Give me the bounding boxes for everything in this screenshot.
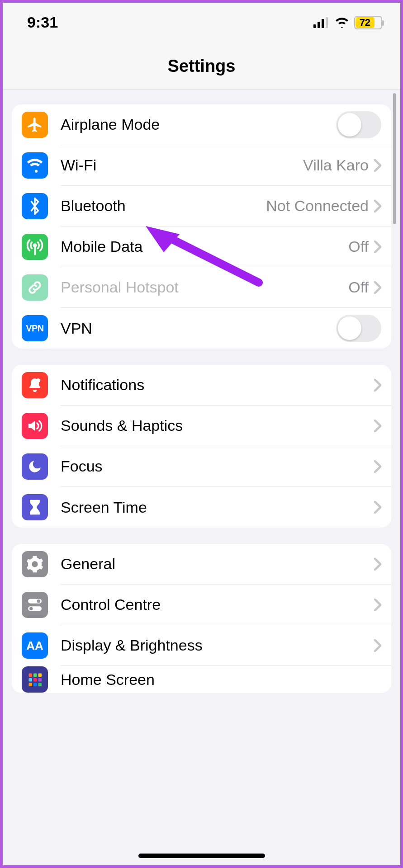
row-airplane[interactable]: Airplane Mode xyxy=(12,104,391,145)
battery-level: 72 xyxy=(356,17,375,28)
antenna-icon xyxy=(22,234,48,260)
airplane-toggle[interactable] xyxy=(336,111,381,138)
row-label: Airplane Mode xyxy=(61,116,336,133)
row-value: Not Connected xyxy=(266,197,369,215)
chevron-right-icon xyxy=(374,241,381,253)
switches-icon xyxy=(22,592,48,618)
grid-icon xyxy=(22,666,48,693)
svg-rect-12 xyxy=(38,674,42,677)
chevron-right-icon xyxy=(374,420,381,432)
system-group: General Control Centre AA Display & Brig… xyxy=(12,544,391,693)
svg-rect-3 xyxy=(326,17,328,28)
svg-point-7 xyxy=(37,599,40,603)
svg-point-5 xyxy=(36,378,40,382)
row-label: Control Centre xyxy=(61,596,374,613)
svg-rect-13 xyxy=(29,678,33,682)
wifi-status-icon xyxy=(334,17,350,28)
svg-rect-10 xyxy=(29,674,33,677)
connectivity-group: Airplane Mode Wi-Fi Villa Karo Bluetooth… xyxy=(12,104,391,349)
battery-icon: 72 xyxy=(354,16,382,29)
home-indicator xyxy=(138,854,265,858)
scrollbar[interactable] xyxy=(393,93,396,224)
status-time: 9:31 xyxy=(27,14,58,31)
svg-rect-14 xyxy=(33,678,37,682)
page-title: Settings xyxy=(3,36,400,90)
row-label: VPN xyxy=(61,320,336,337)
row-label: Screen Time xyxy=(61,499,374,516)
gear-icon xyxy=(22,551,48,577)
row-label: Home Screen xyxy=(61,671,381,689)
svg-rect-17 xyxy=(33,683,37,687)
row-general[interactable]: General xyxy=(12,544,391,585)
row-label: Notifications xyxy=(61,376,374,394)
alerts-group: Notifications Sounds & Haptics Focus xyxy=(12,365,391,528)
aa-icon: AA xyxy=(22,632,48,659)
row-home-screen[interactable]: Home Screen xyxy=(12,666,391,693)
row-label: Personal Hotspot xyxy=(61,278,348,296)
chevron-right-icon xyxy=(374,558,381,571)
svg-rect-18 xyxy=(38,683,42,687)
row-value: Off xyxy=(348,238,369,255)
row-focus[interactable]: Focus xyxy=(12,446,391,487)
moon-icon xyxy=(22,453,48,480)
chevron-right-icon xyxy=(374,159,381,172)
row-label: Mobile Data xyxy=(61,238,348,255)
speaker-icon xyxy=(22,413,48,439)
chevron-right-icon xyxy=(374,379,381,392)
row-label: Focus xyxy=(61,458,374,475)
row-notifications[interactable]: Notifications xyxy=(12,365,391,406)
svg-rect-11 xyxy=(33,674,37,677)
settings-scroll[interactable]: Airplane Mode Wi-Fi Villa Karo Bluetooth… xyxy=(3,104,400,693)
row-label: Display & Brightness xyxy=(61,637,374,654)
cellular-icon xyxy=(313,17,330,28)
row-label: Bluetooth xyxy=(61,197,266,215)
svg-rect-16 xyxy=(29,683,33,687)
row-label: Wi-Fi xyxy=(61,156,303,174)
row-value: Off xyxy=(348,278,369,296)
chevron-right-icon xyxy=(374,281,381,294)
bluetooth-icon xyxy=(22,193,48,219)
chevron-right-icon xyxy=(374,200,381,212)
chevron-right-icon xyxy=(374,460,381,473)
row-label: Sounds & Haptics xyxy=(61,417,374,434)
svg-rect-2 xyxy=(322,19,324,28)
svg-point-9 xyxy=(29,607,33,610)
row-control-centre[interactable]: Control Centre xyxy=(12,585,391,625)
status-indicators: 72 xyxy=(313,16,382,29)
link-icon xyxy=(22,274,48,301)
wifi-icon xyxy=(22,152,48,179)
svg-rect-0 xyxy=(313,24,316,28)
svg-rect-15 xyxy=(38,678,42,682)
row-mobile-data[interactable]: Mobile Data Off xyxy=(12,226,391,267)
vpn-toggle[interactable] xyxy=(336,315,381,342)
hourglass-icon xyxy=(22,494,48,520)
row-bluetooth[interactable]: Bluetooth Not Connected xyxy=(12,186,391,226)
row-value: Villa Karo xyxy=(303,156,369,174)
row-wifi[interactable]: Wi-Fi Villa Karo xyxy=(12,145,391,186)
airplane-icon xyxy=(22,112,48,138)
row-screen-time[interactable]: Screen Time xyxy=(12,487,391,528)
bell-icon xyxy=(22,372,48,398)
row-sounds[interactable]: Sounds & Haptics xyxy=(12,406,391,446)
chevron-right-icon xyxy=(374,599,381,611)
svg-rect-1 xyxy=(318,22,320,28)
chevron-right-icon xyxy=(374,501,381,514)
vpn-icon: VPN xyxy=(22,315,48,341)
row-display[interactable]: AA Display & Brightness xyxy=(12,625,391,666)
row-vpn[interactable]: VPN VPN xyxy=(12,308,391,349)
row-hotspot[interactable]: Personal Hotspot Off xyxy=(12,267,391,308)
status-bar: 9:31 72 xyxy=(3,3,400,36)
row-label: General xyxy=(61,555,374,573)
chevron-right-icon xyxy=(374,639,381,652)
